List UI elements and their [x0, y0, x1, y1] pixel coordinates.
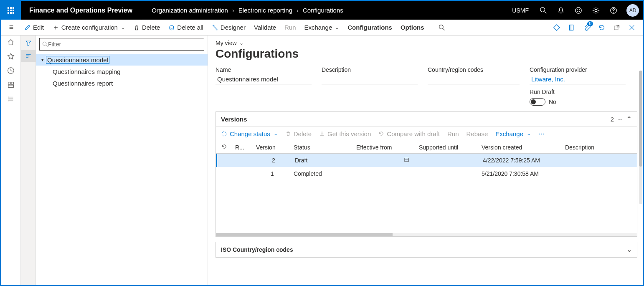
company-picker[interactable]: USMF	[506, 7, 535, 14]
horizontal-scrollbar[interactable]	[216, 233, 637, 236]
svg-point-4	[577, 9, 578, 10]
edit-button[interactable]: Edit	[20, 20, 48, 35]
col-description[interactable]: Description	[563, 142, 637, 153]
field-description: Description	[322, 66, 418, 106]
dashes: --	[614, 116, 626, 123]
run-draft-toggle[interactable]	[530, 98, 545, 106]
table-row[interactable]: 2 Draft 4/22/2022 7:59:25 AM	[216, 154, 637, 167]
popout-icon[interactable]	[611, 21, 623, 34]
fields: Name Questionnaires model Description Co…	[216, 66, 637, 106]
app-title: Finance and Operations Preview	[21, 1, 141, 20]
provider-label: Configuration provider	[530, 66, 626, 73]
validate-button[interactable]: Validate	[250, 20, 280, 35]
cell-version: 2	[255, 155, 292, 165]
designer-button[interactable]: Designer	[208, 20, 250, 35]
col-created[interactable]: Version created	[479, 142, 563, 153]
caret-down-icon[interactable]: ▾	[39, 57, 46, 63]
create-configuration-button[interactable]: ＋ Create configuration ⌄	[48, 20, 129, 35]
cell-created: 5/21/2020 7:30:58 AM	[479, 169, 563, 179]
cell-created: 4/22/2022 7:59:25 AM	[480, 155, 564, 165]
cell-status: Completed	[291, 169, 354, 179]
iso-header[interactable]: ISO Country/region codes ⌄	[216, 242, 637, 257]
name-value[interactable]: Questionnaires model	[216, 74, 312, 84]
field-country: Country/region codes	[428, 66, 520, 106]
modules-icon[interactable]	[7, 95, 15, 103]
bell-icon[interactable]	[552, 1, 570, 20]
svg-point-8	[613, 12, 614, 12]
related-pane-toggle[interactable]	[21, 50, 36, 62]
filter-icon[interactable]	[25, 38, 32, 48]
attachments-icon[interactable]: 0	[581, 21, 593, 34]
svg-rect-11	[570, 25, 573, 30]
delete-all-button[interactable]: Delete all	[164, 20, 208, 35]
diamond-icon[interactable]	[550, 21, 563, 34]
col-r[interactable]: R...	[233, 142, 254, 153]
search-icon[interactable]	[535, 1, 552, 20]
country-value[interactable]	[428, 74, 520, 84]
svg-rect-32	[405, 158, 408, 162]
close-icon[interactable]	[626, 21, 638, 34]
tree-node-label: Questionnaires report	[53, 80, 113, 87]
cell-effective[interactable]	[355, 155, 418, 165]
country-label: Country/region codes	[428, 66, 520, 73]
search-icon	[42, 41, 48, 47]
breadcrumb-item[interactable]: Electronic reporting	[238, 7, 292, 14]
workspaces-icon[interactable]	[7, 81, 15, 89]
breadcrumb-item[interactable]: Configurations	[303, 7, 343, 14]
refresh-icon[interactable]	[596, 21, 608, 34]
exchange-button[interactable]: Exchange ⌄	[300, 20, 344, 35]
col-supported[interactable]: Supported until	[416, 142, 479, 153]
table-row[interactable]: 1 Completed 5/21/2020 7:30:58 AM	[216, 167, 637, 180]
tree-filter-input[interactable]	[48, 41, 201, 48]
tree-node-child[interactable]: Questionnaires report	[36, 77, 208, 89]
waffle-launcher[interactable]	[1, 1, 21, 20]
configurations-button[interactable]: Configurations	[343, 20, 396, 35]
nav-toggle[interactable]: ≡	[3, 23, 20, 32]
star-icon[interactable]	[7, 52, 15, 61]
cell-desc	[563, 172, 637, 175]
run-draft-value: No	[549, 99, 556, 105]
change-status-label: Change status	[230, 130, 270, 137]
change-status-button[interactable]: Change status ⌄	[221, 130, 278, 137]
vertical-scrollbar[interactable]	[639, 71, 642, 204]
tree-node-child[interactable]: Questionnaires mapping	[36, 66, 208, 77]
gear-icon[interactable]	[587, 1, 605, 20]
svg-rect-17	[8, 82, 10, 84]
delete-all-label: Delete all	[177, 24, 203, 31]
chevron-down-icon[interactable]: ⌄	[627, 246, 632, 253]
chevron-up-icon[interactable]: ⌃	[626, 115, 632, 123]
versions-grid: R... Version Status Effective from Suppo…	[216, 141, 637, 236]
calendar-icon	[404, 157, 409, 162]
description-value[interactable]	[322, 74, 418, 84]
open-in-office-icon[interactable]	[565, 21, 578, 34]
svg-point-29	[43, 42, 46, 45]
breadcrumb-item[interactable]: Organization administration	[152, 7, 228, 14]
home-icon[interactable]	[7, 38, 15, 46]
view-selector[interactable]: My view ⌄	[216, 40, 243, 46]
more-icon[interactable]: ⋯	[538, 130, 545, 137]
delete-button[interactable]: Delete	[129, 20, 164, 35]
avatar[interactable]: AD	[626, 4, 639, 17]
run-button: Run	[280, 20, 300, 35]
col-effective[interactable]: Effective from	[354, 142, 416, 153]
col-version[interactable]: Version	[254, 142, 291, 153]
smile-icon[interactable]	[570, 1, 587, 20]
provider-value[interactable]: Litware, Inc.	[530, 74, 626, 84]
versions-header[interactable]: Versions 2 -- ⌃	[216, 112, 637, 127]
left-rail	[1, 35, 21, 285]
rebase-button: Rebase	[467, 130, 488, 137]
action-search-icon[interactable]	[434, 20, 449, 35]
recent-icon[interactable]	[7, 66, 15, 75]
col-status[interactable]: Status	[291, 142, 354, 153]
versions-exchange-button[interactable]: Exchange ⌄	[495, 130, 531, 137]
cell-version: 1	[254, 169, 291, 179]
iso-title: ISO Country/region codes	[221, 246, 293, 253]
chevron-right-icon: ›	[232, 7, 234, 14]
designer-label: Designer	[221, 24, 246, 31]
tree-filter[interactable]	[39, 38, 204, 51]
tree-node-root[interactable]: ▾ Questionnaires model	[36, 54, 208, 66]
view-label: My view	[216, 40, 237, 46]
refresh-column-icon[interactable]	[216, 141, 233, 153]
options-button[interactable]: Options	[396, 20, 428, 35]
help-icon[interactable]	[605, 1, 622, 20]
